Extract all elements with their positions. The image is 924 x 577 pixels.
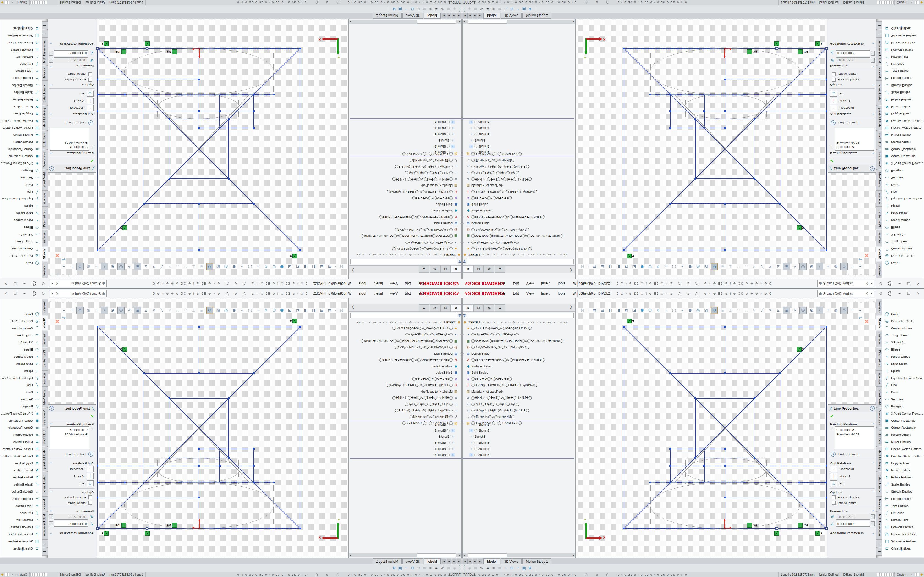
view-toolbar-icon[interactable]: ⊾	[775, 307, 782, 314]
feature-tree-item[interactable]: ▦ ◯Ƨ5✚ƎƐƧ5◯ИΝ◎∘✚ƆCƎƐ∪ƎƐƧ5◯⊙◯5ƧƎƐ∪ƎƐCƆ✚∘◎…	[350, 233, 462, 239]
motion-toolbar-icon[interactable]: ≡	[485, 6, 491, 11]
view-toolbar-icon[interactable]: ✕	[751, 307, 758, 314]
sketch-tool-item[interactable]: ▱ Parallelogram	[0, 139, 42, 146]
motion-toolbar-icon[interactable]: ▤	[397, 6, 403, 11]
tab-nav-button[interactable]: ▶	[473, 559, 477, 564]
feature-tree-item[interactable]: ◈ ◯Ƨ5•∪✚ℓΛ◯∘◯Λℓ✚∪•5Ƨ◯	[350, 195, 462, 201]
motion-toolbar-icon[interactable]: ◔	[403, 566, 409, 571]
view-toolbar-icon[interactable]: ³ᴰ	[792, 263, 798, 270]
options-header[interactable]: Options ⌃	[828, 490, 876, 495]
length-spinner[interactable]: ▲▼	[49, 514, 53, 519]
motion-toolbar-icon[interactable]: ▤	[446, 6, 452, 11]
motion-toolbar-icon[interactable]: ◈	[467, 566, 472, 571]
sketch-tool-item[interactable]: ◠ Tangent Arc	[0, 332, 42, 339]
document-tab[interactable]: Model	[483, 558, 500, 564]
sketch-tool-item[interactable]: ⊡ Convert Entities	[882, 524, 924, 530]
sketch-tool-item[interactable]: ▱ Parallelogram	[882, 139, 924, 146]
confirm-cancel-sketch-icon[interactable]: ✕	[864, 318, 869, 326]
feature-tree-item[interactable]: ◴ ◯Ƨ5ℓ◎Ƨ5ИΝƎƐ5◯⊙◯5ƐƎΝИ5Ƨ◎ℓ5Ƨ◯	[350, 344, 462, 350]
sketch-tree-item[interactable]: ⌗ (-) Sketch2	[462, 427, 574, 434]
tab-nav-button[interactable]: |◀	[457, 559, 461, 564]
sketch-tool-item[interactable]: ⌓ 3 Point Arc	[0, 339, 42, 346]
search-box[interactable]: ⬢ Search CAD Models ⚲ ▼	[817, 280, 874, 287]
feature-manager-tab[interactable]: ❖	[462, 266, 473, 272]
option-row[interactable]: Infinite length	[48, 71, 96, 77]
sketch-tree-item[interactable]: ⌗ (-) Sketch1	[350, 150, 462, 156]
existing-relations-header[interactable]: Existing Relations ⌃	[828, 422, 876, 426]
sketch-tool-item[interactable]: ◎ Perimeter Circle	[0, 318, 42, 325]
motion-toolbar-icon[interactable]: ◈	[452, 566, 457, 571]
document-tab[interactable]: 3D Views	[501, 13, 522, 19]
feature-tree-item[interactable]: ▥ Material <not specified>	[350, 388, 462, 395]
help-button[interactable]: ?	[30, 280, 37, 287]
feature-tree-item[interactable]: ▸ A ◯Ƨ5ИΝ◎∘✚∀✚◎ИΝΛ◯⊙◯ΛΝИ◎✚∀✚∘◎ΝИ5Ƨ◯	[350, 214, 462, 220]
view-toolbar-icon[interactable]: ⬡	[271, 307, 277, 314]
command-manager-tab[interactable]: Sheet Metal	[42, 169, 48, 190]
sketch-tool-item[interactable]: ∿ Style Spline	[882, 360, 924, 367]
search-dropdown-icon[interactable]: ▼	[50, 292, 55, 295]
view-toolbar-icon[interactable]: ⟂	[190, 307, 197, 314]
view-toolbar-icon[interactable]: ▣	[783, 307, 790, 314]
equal-dimension-badge[interactable]: =109	[116, 523, 126, 527]
search-icon[interactable]: ⚲	[55, 292, 60, 296]
sketch-tree-item[interactable]: ⌗ Sketch3	[462, 137, 574, 143]
sketch-tool-item[interactable]: ✂ Trim Entities	[882, 68, 924, 75]
restore-button[interactable]: ❐	[905, 280, 913, 287]
command-manager-tab[interactable]: Mesh Modeling	[42, 447, 48, 472]
add-relation-button[interactable]: ⚓ Fix	[828, 480, 876, 487]
sketch-tool-item[interactable]: ⊢ Extend Entities	[0, 75, 42, 82]
view-toolbar-icon[interactable]: ⦿	[800, 263, 806, 270]
command-manager-tab[interactable]: Data Migration	[42, 472, 48, 496]
sketch-line-left[interactable]	[300, 327, 300, 529]
collapse-icon[interactable]: ⌃	[50, 462, 52, 465]
length-spinner[interactable]: ▲▼	[49, 58, 53, 63]
restore-button[interactable]: ❐	[905, 290, 913, 297]
view-toolbar-icon[interactable]: ▾	[334, 263, 337, 270]
command-manager-tab[interactable]: Features	[42, 299, 48, 315]
view-toolbar-icon[interactable]: ⬢	[639, 307, 645, 314]
feature-tree-item[interactable]: ▸ ◔ ◯⋏ℓ◎✚Ƨ5∘g◯⊙◯g∘5Ƨ✚◎ℓ⋏◯	[350, 331, 462, 338]
sketch-tool-item[interactable]: ✥ Move Entities	[882, 467, 924, 474]
length-field[interactable]: 10.88152731	[836, 514, 870, 520]
panel-splitter[interactable]	[349, 19, 349, 279]
sketch-tool-item[interactable]: ▪ Point	[882, 388, 924, 396]
view-toolbar-icon[interactable]: ◍	[832, 307, 839, 314]
motion-toolbar-icon[interactable]: ⚙	[391, 6, 397, 11]
motion-toolbar-icon[interactable]: ▤	[446, 566, 452, 571]
checkbox[interactable]	[832, 501, 836, 505]
document-tab[interactable]: Model	[483, 13, 500, 19]
sketch-tree-item[interactable]: ⌗ (-) Sketch5	[462, 131, 574, 137]
command-manager-tab[interactable]: Features	[876, 299, 882, 315]
rollback-bar[interactable]	[350, 421, 462, 421]
collapse-icon[interactable]: ⌃	[872, 112, 874, 115]
menu-item[interactable]: File	[500, 282, 506, 285]
feature-tree-item[interactable]: ◴ ◯Ƨ5ℓ◎Ƨ5ИΝƎƐ5◯⊙◯5ƐƎΝИ5Ƨ◎ℓ5Ƨ◯	[462, 344, 574, 350]
feature-tree-item[interactable]: ◆ Surface Bodies	[350, 363, 462, 369]
command-manager-tab[interactable]: Markup	[876, 496, 882, 511]
sketch-tool-item[interactable]: ⬭ Ellipse	[882, 224, 924, 231]
sketch-tool-item[interactable]: ✥ Move Entities	[0, 103, 42, 110]
checkbox[interactable]	[88, 501, 92, 505]
relation-badge[interactable]: ╱3	[627, 254, 633, 258]
expand-arrow-icon[interactable]: ▸	[459, 222, 462, 225]
sketch-tree-item[interactable]: ⌗ (-) Sketch4	[462, 446, 574, 452]
motion-toolbar-icon[interactable]: ⧉	[497, 6, 503, 11]
view-toolbar-icon[interactable]: ⚙	[840, 307, 848, 314]
view-toolbar-icon[interactable]: ⟂	[190, 263, 197, 270]
relation-badge[interactable]: ╱3	[797, 225, 804, 230]
menu-item[interactable]: View	[527, 282, 534, 285]
sketch-tool-item[interactable]: ▱ Parallelogram	[882, 431, 924, 438]
command-manager-tab[interactable]: Mesh Modeling	[876, 447, 882, 472]
view-toolbar-icon[interactable]: ✎	[150, 263, 157, 270]
sketch-tool-item[interactable]: ⋯ Segment	[0, 396, 42, 403]
help-button[interactable]: ?	[30, 290, 37, 297]
view-toolbar-icon[interactable]: ▣	[198, 307, 205, 314]
sketch-tool-item[interactable]: ⇋ Mirror Entities	[0, 438, 42, 445]
motion-toolbar-icon[interactable]: ⧉	[421, 6, 427, 11]
view-toolbar-icon[interactable]: ◨	[302, 307, 309, 314]
relation-item[interactable]: Equal length109	[836, 140, 872, 145]
view-toolbar-icon[interactable]: ⌖	[101, 263, 108, 270]
view-toolbar-icon[interactable]: ◪	[286, 307, 293, 314]
ok-check-icon[interactable]: ✔	[48, 414, 94, 419]
view-toolbar-icon[interactable]: ◪	[631, 263, 638, 270]
